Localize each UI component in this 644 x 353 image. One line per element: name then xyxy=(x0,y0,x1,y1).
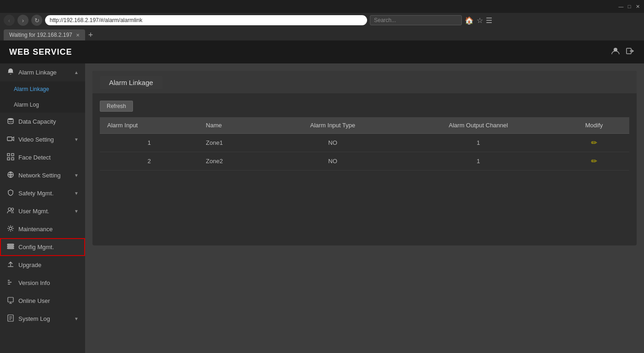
new-tab-button[interactable]: + xyxy=(85,29,96,40)
user-mgmt-icon xyxy=(6,207,15,216)
cell-alarm-input: 1 xyxy=(100,134,199,152)
sidebar-item-system-log[interactable]: System Log ▼ xyxy=(0,310,85,328)
svg-point-9 xyxy=(8,208,11,211)
chevron-down-icon-video: ▼ xyxy=(74,137,79,142)
app-header: WEB SERVICE xyxy=(0,40,644,63)
sidebar-item-video-setting[interactable]: Video Setting ▼ xyxy=(0,131,85,148)
config-mgmt-icon xyxy=(6,243,15,251)
sidebar-item-user-mgmt[interactable]: User Mgmt. ▼ xyxy=(0,202,85,220)
chevron-down-icon-syslog: ▼ xyxy=(74,316,79,321)
sidebar-label-face-detect: Face Detect xyxy=(18,154,79,161)
sidebar-label-alarm-linkage: Alarm Linkage xyxy=(18,69,70,76)
svg-rect-14 xyxy=(7,248,14,249)
sidebar-label-version-info: Version Info xyxy=(18,279,79,286)
header-icons xyxy=(611,46,635,58)
sidebar-label-safety-mgmt: Safety Mgmt. xyxy=(18,190,70,197)
sidebar-sub-alarm: Alarm Linkage Alarm Log xyxy=(0,81,85,113)
svg-rect-3 xyxy=(7,137,12,141)
tab-active[interactable]: Waiting for 192.168.2.197 ✕ xyxy=(4,29,85,40)
col-alarm-input: Alarm Input xyxy=(100,117,199,134)
content-header: Alarm Linkage xyxy=(92,71,637,93)
content-panel: Alarm Linkage Refresh Alarm Input Name A… xyxy=(92,71,637,245)
sidebar-label-online-user: Online User xyxy=(18,297,79,304)
forward-button[interactable]: › xyxy=(17,15,29,26)
toolbar-icons: 🏠 ☆ ☰ xyxy=(465,16,492,25)
video-setting-icon xyxy=(6,135,15,144)
sidebar-item-alarm-log[interactable]: Alarm Log xyxy=(0,97,85,113)
menu-icon[interactable]: ☰ xyxy=(486,16,492,25)
panel-title: Alarm Linkage xyxy=(100,76,162,89)
sidebar-label-alarm-log: Alarm Log xyxy=(14,102,79,108)
tab-bar: Waiting for 192.168.2.197 ✕ + xyxy=(0,28,644,40)
edit-icon[interactable]: ✏ xyxy=(591,157,597,165)
close-btn[interactable]: ✕ xyxy=(635,4,640,9)
logout-icon[interactable] xyxy=(626,46,635,58)
app-body: Alarm Linkage ▲ Alarm Linkage Alarm Log … xyxy=(0,63,644,353)
cell-alarm-output-channel: 1 xyxy=(398,134,559,152)
col-alarm-output-channel: Alarm Output Channel xyxy=(398,117,559,134)
home-icon[interactable]: 🏠 xyxy=(465,16,474,25)
maximize-btn[interactable]: □ xyxy=(627,4,632,9)
sidebar-item-safety-mgmt[interactable]: Safety Mgmt. ▼ xyxy=(0,184,85,202)
online-user-icon xyxy=(6,296,15,305)
safety-mgmt-icon xyxy=(6,189,15,198)
back-button[interactable]: ‹ xyxy=(4,15,15,26)
sidebar-item-online-user[interactable]: Online User xyxy=(0,292,85,310)
alarm-linkage-icon xyxy=(6,68,15,77)
star-icon[interactable]: ☆ xyxy=(477,16,483,25)
sidebar-label-config-mgmt: Config Mgmt. xyxy=(18,244,79,251)
svg-point-10 xyxy=(12,208,14,211)
sidebar-item-version-info[interactable]: Version Info xyxy=(0,274,85,292)
chevron-down-icon-safety: ▼ xyxy=(74,191,79,196)
sidebar-label-system-log: System Log xyxy=(18,315,70,322)
address-bar[interactable]: http://192.168.2.197/#/alarm/alarmlink xyxy=(45,15,367,25)
system-log-icon xyxy=(6,314,15,323)
sidebar-label-user-mgmt: User Mgmt. xyxy=(18,208,70,215)
cell-modify: ✏ xyxy=(559,134,629,152)
minimize-btn[interactable]: — xyxy=(618,4,624,9)
tab-title: Waiting for 192.168.2.197 xyxy=(9,32,72,38)
table-header-row: Alarm Input Name Alarm Input Type Alarm … xyxy=(100,117,629,134)
sidebar-label-alarm-linkage-sub: Alarm Linkage xyxy=(14,86,79,92)
chevron-down-icon-user: ▼ xyxy=(74,209,79,214)
refresh-button[interactable]: Refresh xyxy=(100,101,133,112)
sidebar-item-maintenance[interactable]: Maintenance xyxy=(0,220,85,238)
refresh-button[interactable]: ↻ xyxy=(31,15,42,26)
sidebar-item-data-capacity[interactable]: Data Capacity xyxy=(0,113,85,131)
cell-modify: ✏ xyxy=(559,152,629,171)
content-body: Refresh Alarm Input Name Alarm Input Typ… xyxy=(92,93,637,178)
user-icon[interactable] xyxy=(611,46,620,58)
sidebar-item-face-detect[interactable]: Face Detect xyxy=(0,148,85,166)
col-modify: Modify xyxy=(559,117,629,134)
data-capacity-icon xyxy=(6,117,15,126)
edit-icon[interactable]: ✏ xyxy=(591,139,597,147)
search-bar[interactable]: Search... xyxy=(370,15,462,25)
svg-point-2 xyxy=(8,118,13,120)
sidebar-item-alarm-linkage-sub[interactable]: Alarm Linkage xyxy=(0,81,85,97)
version-info-icon xyxy=(6,279,15,287)
sidebar-item-alarm-linkage[interactable]: Alarm Linkage ▲ xyxy=(0,63,85,81)
tab-close-icon[interactable]: ✕ xyxy=(76,33,80,38)
svg-rect-7 xyxy=(12,158,14,160)
cell-alarm-input-type: NO xyxy=(268,152,398,171)
app-container: WEB SERVICE Alarm Linkage ▲ xyxy=(0,40,644,353)
url-text: http://192.168.2.197/#/alarm/alarmlink xyxy=(50,17,142,23)
col-alarm-input-type: Alarm Input Type xyxy=(268,117,398,134)
main-content: Alarm Linkage Refresh Alarm Input Name A… xyxy=(85,63,644,353)
svg-rect-15 xyxy=(8,297,13,302)
sidebar-item-config-mgmt[interactable]: Config Mgmt. xyxy=(0,238,85,256)
cell-alarm-input-type: NO xyxy=(268,134,398,152)
svg-rect-6 xyxy=(7,158,10,160)
table-row: 2 Zone2 NO 1 ✏ xyxy=(100,152,629,171)
cell-name: Zone2 xyxy=(199,152,268,171)
toolbar: Refresh xyxy=(100,101,629,112)
search-placeholder: Search... xyxy=(374,17,396,23)
sidebar-item-upgrade[interactable]: Upgrade xyxy=(0,256,85,274)
sidebar-label-upgrade: Upgrade xyxy=(18,262,79,268)
sidebar-item-network-setting[interactable]: Network Setting ▼ xyxy=(0,166,85,184)
chevron-down-icon-network: ▼ xyxy=(74,173,79,178)
svg-rect-4 xyxy=(7,154,10,156)
sidebar: Alarm Linkage ▲ Alarm Linkage Alarm Log … xyxy=(0,63,85,353)
sidebar-label-maintenance: Maintenance xyxy=(18,226,79,233)
sidebar-label-video-setting: Video Setting xyxy=(18,136,70,143)
